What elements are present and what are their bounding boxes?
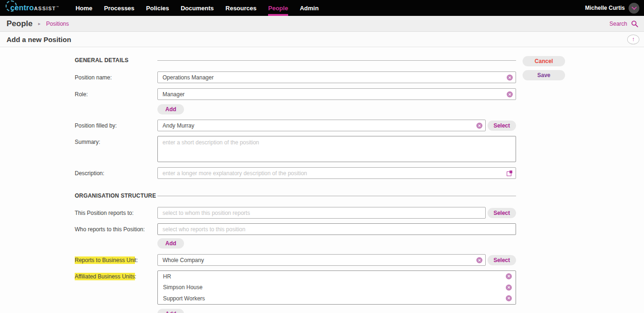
row-who-reports-add: Add xyxy=(75,238,516,249)
field-position-name: Position name: xyxy=(75,71,516,83)
who-reports-input[interactable] xyxy=(157,223,516,235)
reports-to-business-unit-input[interactable] xyxy=(157,254,486,266)
user-menu[interactable]: Michelle Curtis xyxy=(585,3,639,14)
reports-to-input[interactable] xyxy=(157,207,486,219)
section-divider-line xyxy=(157,60,516,61)
label-text-rest: : xyxy=(135,273,136,280)
clear-icon[interactable] xyxy=(507,91,513,97)
form-actions: Cancel Save xyxy=(523,56,565,80)
breadcrumb-page[interactable]: Positions xyxy=(46,21,69,27)
row-affiliated-add: Add xyxy=(75,309,516,313)
nav-home[interactable]: Home xyxy=(76,0,92,16)
avatar[interactable] xyxy=(629,3,639,14)
highlighted-label-text: Affiliated Business Units xyxy=(75,273,135,280)
nav-people[interactable]: People xyxy=(268,0,288,16)
description-label: Description: xyxy=(75,170,157,177)
row-role-add: Add xyxy=(75,104,516,114)
reports-to-label: This Position reports to: xyxy=(75,210,157,216)
list-item-label: Support Workers xyxy=(163,295,205,302)
expand-editor-icon[interactable] xyxy=(507,171,512,176)
highlighted-label-text: Reports to Business Uni xyxy=(75,256,135,264)
reports-to-select-button[interactable]: Select xyxy=(488,208,516,218)
list-item-label: HR xyxy=(163,273,171,280)
clear-icon[interactable] xyxy=(476,257,482,263)
who-reports-add-button[interactable]: Add xyxy=(157,238,184,249)
clear-icon[interactable] xyxy=(507,74,513,80)
affiliated-business-units-label: Affiliated Business Units: xyxy=(75,270,157,280)
field-affiliated-business-units: Affiliated Business Units: HR Simpson Ho… xyxy=(75,270,516,305)
section-heading-general: GENERAL DETAILS xyxy=(75,57,157,64)
position-filled-by-input[interactable] xyxy=(157,120,486,131)
brand-trademark: ™ xyxy=(56,6,59,8)
role-label: Role: xyxy=(75,91,157,98)
list-item-label: Simpson House xyxy=(163,284,203,291)
position-filled-by-label: Position filled by: xyxy=(75,122,157,129)
reports-to-business-unit-select-button[interactable]: Select xyxy=(488,255,516,265)
description-input[interactable] xyxy=(157,167,516,179)
section-organisation-structure: ORGANISATION STRUCTURE xyxy=(75,192,516,199)
nav-processes[interactable]: Processes xyxy=(104,0,134,16)
add-position-form: GENERAL DETAILS Position name: Role: xyxy=(0,47,644,313)
clear-icon[interactable] xyxy=(506,295,512,301)
field-who-reports: Who reports to this Position: xyxy=(75,223,516,235)
list-item[interactable]: Simpson House xyxy=(158,282,516,293)
clear-icon[interactable] xyxy=(476,122,482,128)
position-name-label: Position name: xyxy=(75,74,157,81)
nav-resources[interactable]: Resources xyxy=(226,0,256,16)
affiliated-business-units-list: HR Simpson House Support Workers xyxy=(157,270,516,305)
nav-documents[interactable]: Documents xyxy=(181,0,214,16)
search-label: Search xyxy=(609,21,627,27)
search-control[interactable]: Search xyxy=(609,20,638,28)
breadcrumb-arrow-icon: ▸ xyxy=(38,21,41,26)
page-title: Add a new Position xyxy=(7,36,71,43)
nav-admin[interactable]: Admin xyxy=(300,0,318,16)
breadcrumb-bar: People ▸ Positions Search xyxy=(0,16,644,32)
field-reports-to-business-unit: Reports to Business Unit: Select xyxy=(75,254,516,266)
brand-name-secondary: ASSIST xyxy=(34,6,56,11)
save-button[interactable]: Save xyxy=(523,70,565,80)
brand-logo[interactable]: centro ASSIST ™ xyxy=(10,4,59,12)
clear-icon[interactable] xyxy=(506,285,512,291)
scroll-top-button[interactable]: ↑ xyxy=(627,35,639,44)
role-add-button[interactable]: Add xyxy=(157,104,184,114)
search-icon[interactable] xyxy=(631,20,638,28)
role-input[interactable] xyxy=(157,88,516,100)
page-title-bar: Add a new Position ↑ xyxy=(0,32,644,47)
list-item[interactable]: HR xyxy=(158,271,516,282)
list-item[interactable]: Support Workers xyxy=(158,293,516,304)
section-general-details: GENERAL DETAILS xyxy=(75,57,516,64)
summary-textarea[interactable] xyxy=(157,136,516,162)
breadcrumb-section[interactable]: People xyxy=(7,19,33,28)
field-summary: Summary: xyxy=(75,136,516,162)
affiliated-add-button[interactable]: Add xyxy=(157,309,184,313)
top-navigation: centro ASSIST ™ Home Processes Policies … xyxy=(0,0,644,16)
position-filled-by-select-button[interactable]: Select xyxy=(488,121,516,131)
brand-name-primary: centro xyxy=(10,4,34,12)
field-role: Role: xyxy=(75,88,516,100)
field-description: Description: xyxy=(75,167,516,179)
up-arrow-icon: ↑ xyxy=(632,36,635,43)
main-nav: Home Processes Policies Documents Resour… xyxy=(76,0,319,16)
position-name-input[interactable] xyxy=(157,71,516,83)
section-divider-line xyxy=(157,196,516,196)
chevron-down-icon xyxy=(631,5,637,10)
clear-icon[interactable] xyxy=(506,273,512,279)
section-heading-organisation: ORGANISATION STRUCTURE xyxy=(75,192,157,199)
summary-label: Summary: xyxy=(75,136,157,145)
reports-to-business-unit-label: Reports to Business Unit: xyxy=(75,257,157,263)
field-position-filled-by: Position filled by: Select xyxy=(75,120,516,131)
who-reports-label: Who reports to this Position: xyxy=(75,226,157,233)
nav-policies[interactable]: Policies xyxy=(146,0,169,16)
label-text-rest: t: xyxy=(135,257,138,263)
cancel-button[interactable]: Cancel xyxy=(523,56,565,66)
user-name: Michelle Curtis xyxy=(585,5,625,11)
field-reports-to: This Position reports to: Select xyxy=(75,207,516,219)
